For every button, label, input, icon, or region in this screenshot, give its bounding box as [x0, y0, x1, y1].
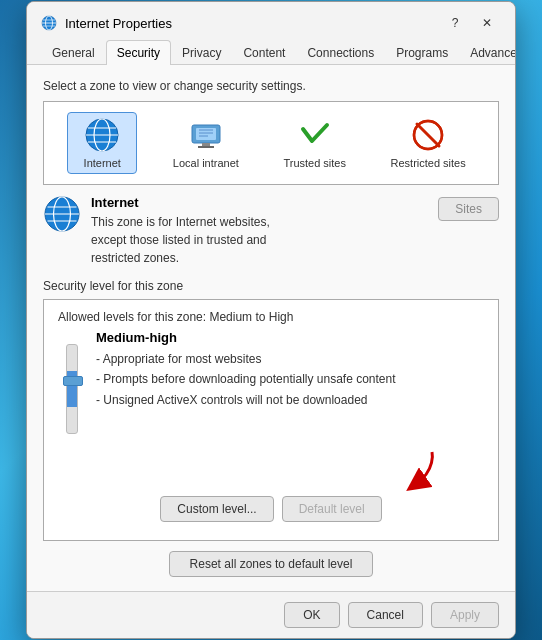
- close-button[interactable]: ✕: [473, 12, 501, 34]
- zone-info-row: Internet This zone is for Internet websi…: [43, 195, 499, 267]
- zone-internet[interactable]: Internet: [67, 112, 137, 174]
- red-arrow-icon: [394, 448, 444, 492]
- local-intranet-icon: [188, 117, 224, 153]
- zones-container: Internet Local intranet: [43, 101, 499, 185]
- allowed-levels-label: Allowed levels for this zone: Medium to …: [58, 310, 484, 324]
- tab-programs[interactable]: Programs: [385, 40, 459, 65]
- slider-track: [66, 344, 78, 434]
- restricted-sites-icon: [410, 117, 446, 153]
- sites-button[interactable]: Sites: [438, 197, 499, 221]
- tab-general[interactable]: General: [41, 40, 106, 65]
- zone-info-title: Internet: [91, 195, 428, 210]
- zone-info-text: Internet This zone is for Internet websi…: [91, 195, 428, 267]
- zone-restricted-sites[interactable]: Restricted sites: [382, 112, 475, 174]
- main-content: Select a zone to view or change security…: [27, 65, 515, 591]
- zone-info-icon: [43, 195, 81, 233]
- trusted-sites-zone-label: Trusted sites: [283, 157, 346, 169]
- trusted-sites-icon: [297, 117, 333, 153]
- security-text: Medium-high - Appropriate for most websi…: [96, 330, 484, 410]
- svg-rect-13: [198, 146, 214, 148]
- zone-local-intranet[interactable]: Local intranet: [164, 112, 248, 174]
- security-section-label: Security level for this zone: [43, 279, 499, 293]
- custom-level-button[interactable]: Custom level...: [160, 496, 273, 522]
- security-level-desc-2: - Prompts before downloading potentially…: [96, 369, 484, 389]
- slider-thumb: [63, 376, 83, 386]
- security-level-desc-3: - Unsigned ActiveX controls will not be …: [96, 390, 484, 410]
- security-level-desc-1: - Appropriate for most websites: [96, 349, 484, 369]
- security-slider[interactable]: [58, 330, 86, 448]
- apply-button[interactable]: Apply: [431, 602, 499, 628]
- internet-properties-dialog: Internet Properties ? ✕ General Security…: [26, 1, 516, 639]
- internet-icon: [84, 117, 120, 153]
- default-level-button[interactable]: Default level: [282, 496, 382, 522]
- help-button[interactable]: ?: [441, 12, 469, 34]
- tab-bar: General Security Privacy Content Connect…: [27, 40, 515, 65]
- dialog-icon: [41, 15, 57, 31]
- security-level-box: Allowed levels for this zone: Medium to …: [43, 299, 499, 541]
- zone-info-desc: This zone is for Internet websites,excep…: [91, 213, 428, 267]
- tab-security[interactable]: Security: [106, 40, 171, 65]
- local-intranet-zone-label: Local intranet: [173, 157, 239, 169]
- reset-all-zones-button[interactable]: Reset all zones to default level: [169, 551, 374, 577]
- reset-row: Reset all zones to default level: [43, 551, 499, 577]
- dialog-footer: OK Cancel Apply: [27, 591, 515, 638]
- arrow-container: [58, 448, 484, 492]
- cancel-button[interactable]: Cancel: [348, 602, 423, 628]
- ok-button[interactable]: OK: [284, 602, 339, 628]
- restricted-sites-zone-label: Restricted sites: [391, 157, 466, 169]
- security-level-row: Medium-high - Appropriate for most websi…: [58, 330, 484, 448]
- window-controls: ? ✕: [441, 12, 501, 34]
- tab-advanced[interactable]: Advanced: [459, 40, 516, 65]
- tab-privacy[interactable]: Privacy: [171, 40, 232, 65]
- zone-select-label: Select a zone to view or change security…: [43, 79, 499, 93]
- security-level-name: Medium-high: [96, 330, 484, 345]
- level-buttons-row: Custom level... Default level: [58, 496, 484, 522]
- dialog-title: Internet Properties: [65, 16, 441, 31]
- internet-zone-label: Internet: [84, 157, 121, 169]
- title-bar: Internet Properties ? ✕: [27, 2, 515, 40]
- svg-rect-12: [202, 143, 210, 146]
- tab-content[interactable]: Content: [232, 40, 296, 65]
- tab-connections[interactable]: Connections: [296, 40, 385, 65]
- zone-trusted-sites[interactable]: Trusted sites: [274, 112, 355, 174]
